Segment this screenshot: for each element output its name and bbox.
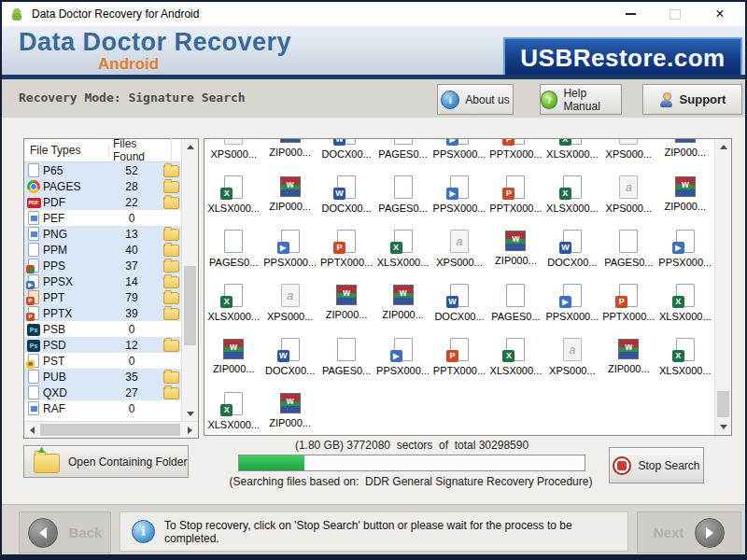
folder-icon[interactable]: [163, 165, 179, 177]
file-item[interactable]: XPS000...: [431, 219, 487, 273]
folder-icon[interactable]: [163, 197, 179, 209]
help-manual-button[interactable]: ? Help Manual: [540, 84, 622, 115]
table-row[interactable]: PDF22: [24, 194, 182, 210]
table-row[interactable]: PST0: [24, 353, 182, 369]
table-row[interactable]: PPTX39: [24, 305, 182, 321]
grid-vertical-scrollbar[interactable]: [714, 139, 731, 435]
scroll-down-icon[interactable]: [715, 419, 731, 435]
file-item[interactable]: XPS000...: [600, 138, 656, 165]
file-item[interactable]: PPTX000...: [318, 219, 374, 273]
android-icon: [9, 7, 24, 21]
scroll-up-icon[interactable]: [715, 139, 731, 155]
file-item[interactable]: DOCX00...: [261, 328, 317, 382]
table-row[interactable]: PPM40: [24, 242, 182, 258]
file-item[interactable]: XPS000...: [544, 328, 600, 382]
table-row[interactable]: PEF0: [24, 210, 182, 226]
file-item[interactable]: PAGES0...: [487, 273, 543, 328]
file-item[interactable]: PPSX000...: [544, 273, 600, 328]
file-item[interactable]: XLSX000...: [544, 165, 600, 219]
file-item[interactable]: XLSX000...: [205, 382, 261, 436]
folder-icon[interactable]: [163, 308, 179, 320]
table-row[interactable]: PUB35: [24, 369, 182, 385]
next-button[interactable]: Next: [637, 511, 741, 553]
file-item[interactable]: XLSX000...: [487, 328, 543, 382]
folder-icon[interactable]: [163, 181, 179, 193]
table-row[interactable]: PAGES28: [24, 178, 182, 194]
file-item[interactable]: XLSX000...: [205, 273, 261, 328]
minimize-icon[interactable]: [620, 5, 641, 23]
folder-icon[interactable]: [163, 371, 179, 384]
file-item[interactable]: XLSX000...: [657, 328, 713, 382]
folder-icon[interactable]: [163, 340, 179, 352]
file-item[interactable]: PPSX000...: [431, 165, 487, 219]
pptx-file-icon: [337, 230, 356, 253]
file-item[interactable]: ZIP000...: [261, 165, 317, 219]
scroll-left-icon[interactable]: [24, 422, 40, 438]
file-item[interactable]: DOCX00...: [318, 165, 374, 219]
file-item[interactable]: PAGES0...: [600, 219, 656, 273]
file-item[interactable]: PPTX000...: [487, 165, 543, 219]
file-item[interactable]: PAGES0...: [374, 138, 430, 165]
file-item[interactable]: PAGES0...: [205, 219, 261, 273]
file-item[interactable]: DOCX00...: [318, 138, 374, 165]
file-item[interactable]: ZIP000...: [374, 273, 430, 328]
files-found-value: 13: [103, 228, 161, 241]
file-item[interactable]: PAGES0...: [374, 165, 430, 219]
table-row[interactable]: PPSX14: [24, 273, 182, 289]
file-item[interactable]: PPSX000...: [374, 328, 430, 382]
file-item[interactable]: XLSX000...: [205, 165, 261, 219]
file-item[interactable]: ZIP000...: [600, 328, 656, 382]
scrollbar-thumb[interactable]: [40, 424, 180, 436]
about-us-button[interactable]: i About us: [437, 84, 514, 115]
file-item[interactable]: PPTX000...: [431, 328, 487, 382]
folder-icon[interactable]: [163, 276, 179, 288]
table-row[interactable]: PPS37: [24, 258, 182, 273]
file-item[interactable]: XPS000...: [261, 273, 317, 328]
file-item[interactable]: PAGES0...: [318, 328, 374, 382]
open-containing-folder-button[interactable]: Open Containing Folder: [23, 445, 189, 478]
scroll-up-icon[interactable]: [182, 139, 198, 155]
table-row[interactable]: QXD27: [24, 385, 182, 400]
file-item[interactable]: PPSX000...: [261, 219, 317, 273]
file-item[interactable]: PPSX000...: [431, 138, 487, 165]
stop-search-button[interactable]: Stop Search: [609, 447, 704, 483]
table-horizontal-scrollbar[interactable]: [24, 421, 198, 438]
table-row[interactable]: RAF0: [24, 400, 182, 416]
scrollbar-thumb[interactable]: [184, 266, 196, 345]
folder-icon[interactable]: [163, 292, 179, 304]
table-row[interactable]: PPT79: [24, 289, 182, 305]
file-item[interactable]: ZIP000...: [487, 219, 543, 273]
table-vertical-scrollbar[interactable]: [181, 139, 198, 422]
scroll-right-icon[interactable]: [182, 422, 198, 438]
table-row[interactable]: PSD12: [24, 337, 182, 353]
scrollbar-thumb[interactable]: [717, 391, 729, 417]
file-item[interactable]: DOCX00...: [544, 219, 600, 273]
file-item[interactable]: ZIP000...: [205, 328, 261, 382]
table-row[interactable]: PNG13: [24, 226, 182, 242]
file-item[interactable]: XPS000...: [600, 165, 656, 219]
table-row[interactable]: P6552: [24, 162, 182, 178]
file-item[interactable]: ZIP000...: [318, 273, 374, 328]
file-item[interactable]: XLSX000...: [657, 273, 713, 328]
file-item[interactable]: PPSX000...: [657, 219, 713, 273]
file-item[interactable]: ZIP000...: [657, 165, 713, 219]
support-button[interactable]: Support: [642, 84, 742, 115]
file-item[interactable]: DOCX00...: [431, 273, 487, 328]
file-item[interactable]: XLSX000...: [374, 219, 430, 273]
close-icon[interactable]: ×: [710, 5, 730, 23]
file-item[interactable]: PPTX000...: [487, 138, 543, 165]
scroll-down-icon[interactable]: [182, 406, 198, 422]
file-item[interactable]: XPS000...: [205, 138, 261, 165]
file-item[interactable]: XLSX000...: [544, 138, 600, 165]
folder-icon[interactable]: [163, 260, 179, 273]
file-item[interactable]: ZIP000...: [657, 138, 713, 165]
docx-file-icon: [337, 138, 356, 145]
folder-icon[interactable]: [163, 387, 179, 399]
file-item[interactable]: ZIP000...: [261, 138, 317, 165]
file-item[interactable]: ZIP000...: [261, 382, 317, 436]
table-row[interactable]: PSB0: [24, 321, 182, 337]
folder-icon[interactable]: [163, 229, 179, 241]
folder-icon[interactable]: [163, 245, 179, 257]
back-button[interactable]: Back: [19, 511, 111, 553]
file-item[interactable]: PPTX000...: [600, 273, 656, 328]
